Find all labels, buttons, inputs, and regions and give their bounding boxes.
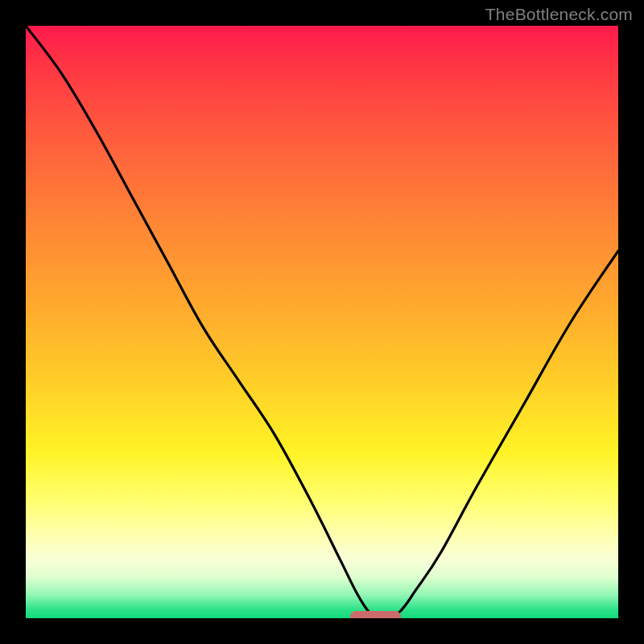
plot-area (26, 26, 618, 618)
bottleneck-curve (26, 26, 618, 618)
watermark-text: TheBottleneck.com (485, 5, 633, 24)
chart-frame: TheBottleneck.com (0, 0, 644, 644)
optimal-marker (350, 611, 401, 618)
